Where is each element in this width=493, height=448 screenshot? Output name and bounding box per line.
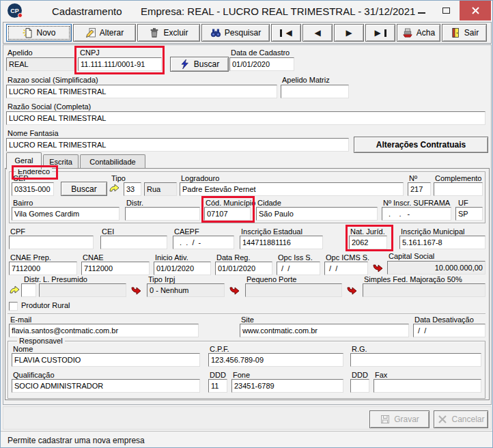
apelido-label: Apelido: [8, 48, 33, 57]
responsavel-rg-input[interactable]: [350, 353, 481, 367]
opc-iss-label: Opc Iss S.: [278, 253, 313, 262]
last-record-button[interactable]: ▶: [365, 24, 395, 42]
fone-input[interactable]: [231, 379, 343, 393]
logradouro-input[interactable]: [180, 182, 404, 196]
fax-input[interactable]: [374, 379, 481, 393]
edit-lookup-icon[interactable]: [109, 184, 119, 193]
complemento-input[interactable]: [434, 182, 483, 196]
tab-contabilidade[interactable]: Contabilidade: [80, 154, 145, 168]
simples-majoracao-input[interactable]: [363, 283, 485, 297]
nome-fantasia-label: Nome Fantasia: [8, 129, 59, 137]
cep-input[interactable]: [12, 182, 54, 196]
produtor-rural-checkbox[interactable]: [9, 302, 18, 311]
opc-icms-input[interactable]: [324, 262, 368, 275]
buscar-cep-button[interactable]: Buscar: [61, 182, 107, 196]
cidade-input[interactable]: [256, 207, 378, 221]
inicio-ativ-input[interactable]: [154, 262, 211, 275]
cancelar-button[interactable]: Cancelar: [434, 410, 488, 428]
window-title: Cadastramento: [52, 5, 122, 17]
produtor-rural-label: Produtor Rural: [21, 301, 70, 309]
responsavel-cpf-input[interactable]: [208, 353, 343, 367]
pesquisar-button[interactable]: Pesquisar: [201, 24, 270, 42]
edit-presumido-icon[interactable]: [9, 285, 20, 295]
tab-escrita-label: Escrita: [49, 158, 72, 166]
acha-icon: [402, 27, 413, 38]
distr-l-presumido-label: Distr. L. Presumido: [24, 275, 87, 283]
cnae-input[interactable]: [81, 262, 150, 275]
maximize-button[interactable]: [435, 3, 457, 18]
cod-municipio-input[interactable]: [204, 207, 251, 221]
email-input[interactable]: [9, 324, 199, 337]
data-desativacao-label: Data Desativação: [414, 316, 474, 324]
ddd-fax-input[interactable]: [350, 379, 369, 393]
cnae-prep-input[interactable]: [9, 262, 77, 275]
tipo-irpj-input[interactable]: [147, 283, 225, 297]
refresh-tipo-irpj-icon[interactable]: [130, 285, 141, 295]
alterar-button[interactable]: Alterar: [73, 24, 136, 42]
novo-button[interactable]: Novo: [6, 24, 72, 42]
caepf-input[interactable]: [173, 236, 234, 249]
responsavel-nome-input[interactable]: [12, 353, 200, 367]
buscar-cnpj-button[interactable]: Buscar: [170, 57, 229, 72]
cnpj-input[interactable]: [78, 57, 162, 71]
distr-l-presumido-code-input[interactable]: [21, 283, 36, 297]
first-record-button[interactable]: ◀: [271, 24, 301, 42]
minimize-icon: [418, 12, 425, 14]
capital-social-input[interactable]: [387, 261, 485, 275]
sair-button[interactable]: Sair: [442, 24, 487, 42]
numero-input[interactable]: [408, 182, 431, 196]
acha-button[interactable]: Acha: [397, 24, 440, 42]
data-reg-input[interactable]: [215, 262, 272, 275]
prev-record-button[interactable]: ◀: [302, 24, 333, 42]
inscricao-estadual-input[interactable]: [240, 236, 323, 249]
pequeno-porte-input[interactable]: [245, 283, 342, 297]
suframa-input[interactable]: [382, 207, 451, 221]
tab-escrita[interactable]: Escrita: [43, 154, 79, 168]
uf-input[interactable]: [455, 207, 483, 221]
bairro-label: Bairro: [13, 199, 33, 207]
tipo-desc-input[interactable]: [144, 182, 177, 196]
logradouro-label: Logradouro: [181, 174, 219, 182]
razao-completa-input[interactable]: [6, 111, 485, 125]
cnae-prep-label: CNAE Prep.: [10, 253, 51, 262]
alteracoes-contratuais-button[interactable]: Alterações Contratuais: [354, 137, 488, 153]
tab-geral[interactable]: Geral: [6, 152, 42, 169]
first-record-glyph: ◀: [285, 29, 292, 37]
data-desativacao-input[interactable]: [413, 324, 485, 337]
close-button[interactable]: [460, 1, 491, 20]
site-label: Site: [241, 316, 254, 324]
apelido-matriz-input[interactable]: [281, 85, 349, 98]
refresh-simples-icon[interactable]: [346, 285, 357, 295]
responsavel-group-label: Responsavel: [17, 337, 65, 345]
refresh-capital-icon[interactable]: [372, 263, 383, 272]
cei-input[interactable]: [100, 236, 167, 249]
bairro-input[interactable]: [12, 207, 119, 221]
numero-label: Nº: [409, 174, 417, 182]
gravar-button[interactable]: Gravar: [369, 410, 429, 428]
nome-fantasia-input[interactable]: [6, 138, 349, 152]
minimize-button[interactable]: [410, 3, 432, 18]
alterar-label: Alterar: [100, 28, 124, 38]
buscar-cep-label: Buscar: [71, 184, 96, 194]
tipo-code-input[interactable]: [124, 182, 141, 196]
qualificacao-input[interactable]: [12, 379, 200, 393]
responsavel-nome-label: Nome: [13, 345, 33, 353]
data-cadastro-label: Data de Cadastro: [231, 48, 290, 57]
gravar-icon: [380, 414, 391, 425]
distr-input[interactable]: [125, 207, 200, 221]
tab-geral-label: Geral: [15, 156, 33, 165]
site-input[interactable]: [240, 324, 409, 337]
apelido-input[interactable]: [6, 57, 74, 71]
excluir-button[interactable]: Excluir: [137, 24, 200, 42]
cpf-input[interactable]: [9, 236, 94, 249]
inscricao-municipal-input[interactable]: [399, 236, 485, 249]
next-record-button[interactable]: ▶: [334, 24, 364, 42]
refresh-pequeno-porte-icon[interactable]: [229, 285, 240, 295]
ddd-fone-input[interactable]: [208, 379, 227, 393]
nat-juridica-input[interactable]: [349, 236, 387, 249]
razao-simplificada-label: Razao social (Simplificada): [8, 76, 98, 84]
data-cadastro-input[interactable]: [229, 57, 294, 71]
opc-iss-input[interactable]: [277, 262, 320, 275]
distr-l-presumido-input[interactable]: [39, 283, 126, 297]
razao-simplificada-input[interactable]: [6, 85, 277, 98]
